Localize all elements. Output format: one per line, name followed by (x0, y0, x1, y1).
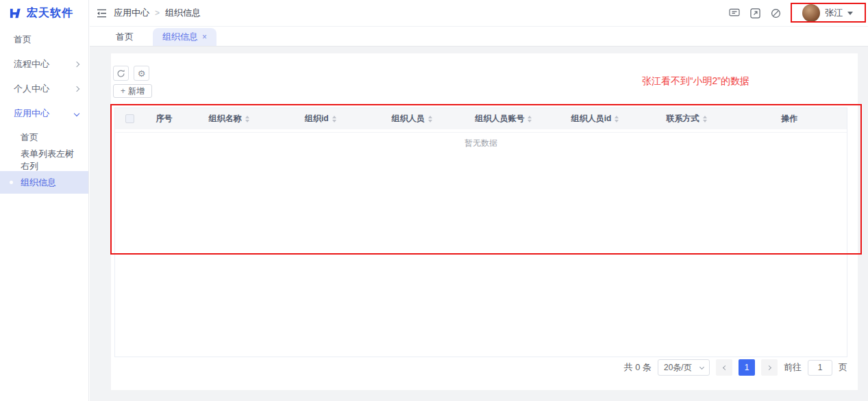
chevron-down-icon (74, 111, 79, 116)
sidebar-item-app-center[interactable]: 应用中心 (0, 101, 88, 126)
sort-icon (428, 116, 432, 122)
table-header-contact[interactable]: 联系方式 (641, 108, 733, 129)
table-header-org-name[interactable]: 组织名称 (184, 108, 275, 129)
refresh-button[interactable] (113, 66, 129, 81)
table-empty-text: 暂无数据 (115, 138, 847, 149)
brand-logo-icon (9, 7, 22, 20)
sidebar-subitem-form-list[interactable]: 表单列表左树右列 (0, 148, 88, 171)
brand-name: 宏天软件 (27, 6, 73, 21)
fullscreen-icon[interactable] (750, 8, 760, 18)
table-header-actions: 操作 (732, 108, 847, 129)
brand-logo[interactable]: 宏天软件 (0, 0, 88, 26)
content-area: ⚙ + 新增 张江看不到“小明2”的数据 序号 (90, 47, 868, 401)
table-header-member-account[interactable]: 组织人员账号 (458, 108, 550, 129)
comment-icon[interactable] (729, 8, 740, 18)
main-area: 应用中心 > 组织信息 (90, 0, 868, 401)
chevron-left-icon (722, 365, 727, 370)
pagination: 共 0 条 20条/页 1 前往 页 (624, 359, 847, 376)
sort-icon (615, 116, 619, 122)
avatar (802, 4, 820, 22)
sort-icon (245, 116, 249, 122)
select-all-checkbox[interactable] (125, 114, 134, 123)
sort-icon (332, 116, 336, 122)
prev-page-button[interactable] (716, 359, 732, 376)
goto-unit-label: 页 (839, 361, 847, 374)
sidebar-subitem-org-info[interactable]: 组织信息 (0, 171, 88, 194)
user-menu[interactable]: 张江 (802, 4, 856, 22)
tab-home[interactable]: 首页 (106, 28, 143, 46)
breadcrumb-section[interactable]: 应用中心 (114, 7, 149, 19)
breadcrumb-separator: > (155, 8, 160, 18)
sidebar-item-process-center[interactable]: 流程中心 (0, 52, 88, 77)
table-header-index: 序号 (145, 108, 184, 129)
goto-page-input[interactable] (808, 360, 832, 376)
table-header-member-id[interactable]: 组织人员id (549, 108, 641, 129)
user-name: 张江 (825, 7, 843, 19)
sidebar-subitem-home[interactable]: 首页 (0, 126, 88, 148)
plus-icon: + (121, 86, 125, 96)
tabbar: 首页 组织信息 × (90, 27, 868, 47)
pagination-total: 共 0 条 (624, 361, 652, 374)
sort-icon (703, 116, 707, 122)
gear-icon: ⚙ (138, 69, 146, 78)
divider (791, 8, 792, 18)
chevron-down-icon (699, 364, 704, 369)
table-toolbar: ⚙ (113, 66, 149, 81)
refresh-icon (116, 69, 125, 78)
content-card: ⚙ + 新增 张江看不到“小明2”的数据 序号 (111, 53, 858, 390)
page-size-select[interactable]: 20条/页 (658, 359, 710, 376)
menu-fold-icon[interactable] (97, 9, 107, 18)
caret-down-icon (847, 12, 853, 15)
ban-icon[interactable] (771, 8, 781, 18)
topbar: 应用中心 > 组织信息 (90, 0, 868, 27)
next-page-button[interactable] (761, 359, 778, 376)
add-button[interactable]: + 新增 (113, 84, 152, 98)
table-empty-divider (115, 132, 847, 133)
page-number-1[interactable]: 1 (739, 359, 755, 376)
table-header-checkbox-cell (115, 108, 145, 129)
sidebar-item-home[interactable]: 首页 (0, 27, 88, 52)
breadcrumb: 应用中心 > 组织信息 (114, 7, 201, 19)
tab-org-info[interactable]: 组织信息 × (153, 28, 216, 46)
app-root: 宏天软件 首页 流程中心 个人中心 应用中心 首页 表单列表左树右列 (0, 0, 868, 401)
chevron-right-icon (74, 86, 79, 92)
settings-button[interactable]: ⚙ (134, 66, 149, 81)
goto-label: 前往 (784, 361, 802, 374)
chevron-right-icon (766, 365, 771, 370)
table-header-row: 序号 组织名称 组织id 组织人员 (115, 108, 847, 129)
active-dot-icon (10, 181, 13, 184)
chevron-right-icon (74, 62, 79, 67)
sidebar: 宏天软件 首页 流程中心 个人中心 应用中心 首页 表单列表左树右列 (0, 0, 89, 401)
table-header-org-id[interactable]: 组织id (275, 108, 367, 129)
sidebar-nav: 首页 流程中心 个人中心 应用中心 首页 表单列表左树右列 组织 (0, 26, 88, 194)
sidebar-item-personal-center[interactable]: 个人中心 (0, 77, 88, 101)
annotation-text: 张江看不到“小明2”的数据 (642, 75, 749, 88)
close-icon[interactable]: × (202, 33, 207, 41)
sort-icon (528, 116, 532, 122)
org-table: 序号 组织名称 组织id 组织人员 (114, 107, 847, 357)
table-header-org-member[interactable]: 组织人员 (367, 108, 458, 129)
breadcrumb-page[interactable]: 组织信息 (165, 7, 201, 19)
